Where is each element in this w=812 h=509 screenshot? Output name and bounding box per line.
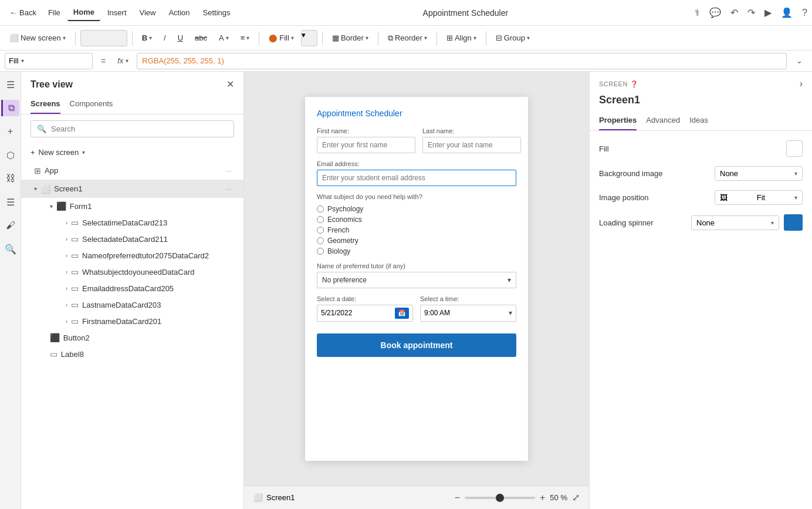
menu-home[interactable]: Home xyxy=(67,4,100,21)
health-icon[interactable]: ⚕ xyxy=(695,7,700,18)
radio-psychology[interactable]: Psychology xyxy=(317,205,516,213)
align-button[interactable]: ≡ ▾ xyxy=(236,31,255,45)
hamburger-icon[interactable]: ☰ xyxy=(2,76,19,93)
fill-color-swatch[interactable] xyxy=(786,140,803,157)
add-icon[interactable]: + xyxy=(2,123,19,140)
border-button[interactable]: ▦ Border ▾ xyxy=(327,31,373,45)
style-dropdown[interactable] xyxy=(80,30,127,46)
image-position-dropdown[interactable]: 🖼 Fit ▾ xyxy=(715,190,803,205)
tree-item-button2[interactable]: ⬛ Button2 xyxy=(21,329,243,346)
date-card-expand[interactable]: › xyxy=(66,236,67,242)
tree-item-date-card[interactable]: › ▭ SelectadateDataCard211 xyxy=(21,231,243,247)
tree-item-app[interactable]: ⊞ App ··· xyxy=(21,161,243,180)
props-expand-icon[interactable]: › xyxy=(800,79,803,89)
redo-icon[interactable]: ↷ xyxy=(747,7,755,18)
time-field[interactable]: 9:00 AM ▾ xyxy=(420,305,516,322)
tree-item-screen1[interactable]: ▾ ⬜ Screen1 ··· xyxy=(21,180,243,198)
loading-spinner-color-swatch[interactable] xyxy=(784,214,803,231)
menu-action[interactable]: Action xyxy=(163,5,195,21)
tree-item-lastname-card[interactable]: › ▭ LastnameDataCard203 xyxy=(21,296,243,313)
tab-advanced[interactable]: Advanced xyxy=(646,111,680,130)
play-icon[interactable]: ▶ xyxy=(764,7,772,18)
undo-icon[interactable]: ↶ xyxy=(730,7,738,18)
reorder-button[interactable]: ⧉ Reorder ▾ xyxy=(383,31,432,45)
background-image-value: None xyxy=(720,169,738,178)
more-button[interactable]: ▾ xyxy=(301,30,317,46)
back-button[interactable]: ← Back xyxy=(5,6,41,19)
bold-button[interactable]: B ▾ xyxy=(137,31,157,45)
menu-settings[interactable]: Settings xyxy=(197,5,236,21)
tree-item-form1[interactable]: ▾ ⬛ Form1 xyxy=(21,198,243,214)
tree-close-button[interactable]: ✕ xyxy=(226,79,234,90)
radio-economics[interactable]: Economics xyxy=(317,215,516,224)
tutor-dropdown[interactable]: No preference ▾ xyxy=(317,272,516,288)
canvas-scroll[interactable]: Appointment Scheduler First name: Last n… xyxy=(244,72,589,486)
radio-geometry[interactable]: Geometry xyxy=(317,237,516,245)
tree-item-time-card[interactable]: › ▭ SelectatimeDataCard213 xyxy=(21,214,243,231)
firstname-card-expand[interactable]: › xyxy=(66,318,67,325)
database-icon[interactable]: ⬡ xyxy=(2,147,19,163)
tab-ideas[interactable]: Ideas xyxy=(689,111,708,130)
group-button[interactable]: ⊟ Group ▾ xyxy=(491,31,534,45)
date-field[interactable]: 5/21/2022 📅 xyxy=(317,305,413,322)
tutor-card-expand[interactable]: › xyxy=(66,252,67,259)
italic-button[interactable]: / xyxy=(159,31,171,45)
fx-button[interactable]: fx ▾ xyxy=(114,56,132,65)
strikethrough-button[interactable]: abc xyxy=(190,31,212,45)
loading-spinner-dropdown[interactable]: None ▾ xyxy=(691,215,779,230)
formula-expand-button[interactable]: ⌄ xyxy=(791,56,807,65)
menu-insert[interactable]: Insert xyxy=(102,5,133,21)
book-appointment-button[interactable]: Book appointment xyxy=(317,333,516,357)
screen1-collapse-icon[interactable]: ▾ xyxy=(34,186,37,192)
screen1-more-icon[interactable]: ··· xyxy=(223,183,234,194)
expand-button[interactable]: ⤢ xyxy=(572,492,580,503)
properties-panel: SCREEN ❓ › Screen1 Properties Advanced I… xyxy=(589,72,812,509)
chat-icon[interactable]: 💬 xyxy=(709,7,721,18)
subject-card-expand[interactable]: › xyxy=(66,269,67,275)
tree-item-tutor-card[interactable]: › ▭ Nameofpreferredtutor2075DataCard2 xyxy=(21,247,243,264)
help-icon[interactable]: ? xyxy=(802,8,807,18)
tree-item-email-card[interactable]: › ▭ EmailaddressDataCard205 xyxy=(21,280,243,296)
email-card-expand[interactable]: › xyxy=(66,285,67,292)
tree-item-firstname-card[interactable]: › ▭ FirstnameDataCard201 xyxy=(21,313,243,329)
align-obj-button[interactable]: ⊞ Align ▾ xyxy=(442,31,481,45)
formula-input[interactable] xyxy=(137,53,787,69)
last-name-input[interactable] xyxy=(422,137,521,153)
help-circle-icon[interactable]: ❓ xyxy=(630,80,639,88)
tab-properties[interactable]: Properties xyxy=(599,111,637,130)
lastname-card-expand[interactable]: › xyxy=(66,302,67,308)
group-chevron: ▾ xyxy=(527,35,530,41)
search-icon[interactable]: 🔍 xyxy=(2,241,19,257)
new-screen-button[interactable]: ⬜ New screen ▾ xyxy=(5,31,70,45)
brush-icon[interactable]: 🖌 xyxy=(2,217,19,234)
zoom-handle[interactable] xyxy=(496,494,504,502)
connections-icon[interactable]: ⛓ xyxy=(2,170,19,187)
formula-dropdown[interactable]: Fill ▾ xyxy=(5,53,93,69)
zoom-minus-button[interactable]: − xyxy=(455,493,460,503)
first-name-input[interactable] xyxy=(317,137,415,153)
radio-french[interactable]: French xyxy=(317,226,516,234)
variables-icon[interactable]: ☰ xyxy=(2,194,19,210)
tree-item-label8[interactable]: ▭ Label8 xyxy=(21,346,243,362)
menu-view[interactable]: View xyxy=(134,5,162,21)
new-screen-tree-button[interactable]: + New screen ▾ xyxy=(21,143,243,161)
tree-item-subject-card[interactable]: › ▭ WhatsubjectdoyouneedDataCard xyxy=(21,264,243,280)
app-more-icon[interactable]: ··· xyxy=(223,165,234,176)
underline-button[interactable]: U xyxy=(173,31,188,45)
radio-biology[interactable]: Biology xyxy=(317,247,516,255)
calendar-icon[interactable]: 📅 xyxy=(395,308,409,319)
time-card-expand[interactable]: › xyxy=(66,220,67,226)
fill-button[interactable]: ⬤ Fill ▾ xyxy=(264,31,299,45)
tab-components[interactable]: Components xyxy=(70,95,113,114)
email-input[interactable] xyxy=(317,170,516,186)
zoom-slider[interactable] xyxy=(465,497,535,499)
menu-file[interactable]: File xyxy=(42,5,66,21)
tab-screens[interactable]: Screens xyxy=(31,95,60,114)
search-input[interactable] xyxy=(51,124,228,133)
zoom-plus-button[interactable]: + xyxy=(540,493,545,503)
layers-icon[interactable]: ⧉ xyxy=(1,100,19,116)
background-image-dropdown[interactable]: None ▾ xyxy=(715,166,803,181)
form1-collapse-icon[interactable]: ▾ xyxy=(50,203,53,210)
font-button[interactable]: A ▾ xyxy=(214,31,234,45)
account-icon[interactable]: 👤 xyxy=(781,7,793,18)
